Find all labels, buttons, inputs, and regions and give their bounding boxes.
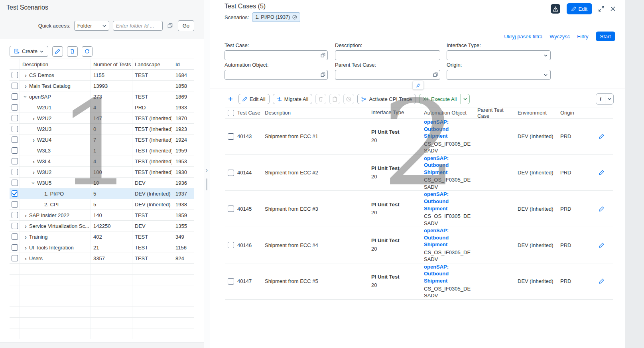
row-checkbox[interactable] [228,278,234,285]
row-checkbox[interactable] [12,255,18,261]
messages-warning-button[interactable] [551,4,560,14]
col-number-of-tests[interactable]: Number of Tests [91,59,132,69]
col-description[interactable]: Description [265,110,371,116]
col-test-case[interactable]: Test Case [237,110,265,116]
splitter-grip[interactable] [206,178,207,190]
automation-object-link[interactable]: openSAP: Outbound Shipment [424,119,473,140]
table-row[interactable]: W2U3 0 TEST (Inherited) 1923 [10,124,194,134]
row-checkbox[interactable] [12,201,18,208]
row-checkbox[interactable] [12,136,18,143]
table-row[interactable]: ›Training 402 TEST 349 [10,231,194,242]
expand-chevron-icon[interactable]: › [22,83,29,89]
row-checkbox[interactable] [12,126,18,132]
table-row[interactable]: ›W3U5 10 DEV 1936 [10,178,194,188]
fullscreen-icon[interactable] [599,6,604,12]
remove-token-icon[interactable] [292,15,297,20]
col-origin[interactable]: Origin [560,110,593,116]
table-row[interactable]: W3L3 1 TEST (Inherited) 1959 [10,145,194,156]
horizontal-scrollbar[interactable] [0,342,204,348]
expand-chevron-icon[interactable]: › [22,212,29,218]
row-checkbox[interactable] [228,133,234,140]
edit-row-button[interactable] [599,206,604,212]
row-checkbox[interactable] [12,93,18,100]
edit-row-button[interactable] [599,170,604,175]
edit-row-button[interactable] [599,243,604,248]
table-row[interactable]: W2U1 4 PRD 1933 [10,102,194,113]
splitter-collapse-icon[interactable]: › [204,166,210,174]
table-row[interactable]: ›W2U2 147 TEST (Inherited) 1870 [10,113,194,124]
expand-chevron-icon[interactable]: › [30,158,37,164]
row-checkbox-checked[interactable] [12,190,18,197]
expand-chevron-icon[interactable]: › [30,169,37,175]
delete-button[interactable] [67,46,78,57]
table-row[interactable]: ›CS Demos 1155 TEST 1684 [10,70,194,81]
test-case-row[interactable]: 40144 Shipment from ECC #2 PI Unit Test2… [225,155,613,191]
row-checkbox[interactable] [12,180,18,186]
row-checkbox[interactable] [12,72,18,78]
expand-chevron-icon[interactable]: › [30,115,37,121]
col-parent-test-case[interactable]: Parent Test Case [477,107,518,119]
go-button[interactable]: Go [178,20,194,31]
panel-splitter[interactable]: › [204,0,210,348]
row-checkbox[interactable] [12,147,18,154]
row-checkbox[interactable] [12,244,18,251]
table-row[interactable]: ›W3L4 4 TEST (Inherited) 1953 [10,156,194,167]
close-icon[interactable] [611,6,615,11]
value-help-icon[interactable] [433,72,438,77]
row-checkbox[interactable] [12,83,18,89]
row-checkbox[interactable] [228,242,234,248]
test-case-row[interactable]: 40145 Shipment from ECC #3 PI Unit Test2… [225,191,613,227]
add-test-case-button[interactable] [226,94,235,104]
col-interface-type[interactable]: Interface Type [371,109,424,117]
table-row[interactable]: ›openSAP 273 TEST 1869 [10,91,194,102]
scenario-token[interactable]: 1. PI/PO (1937) [252,12,300,22]
table-row[interactable]: ›Users 3357 TEST 824 [10,253,194,264]
start-button[interactable]: Start [596,32,615,41]
col-automation-object[interactable]: Automation Object [424,110,477,116]
folder-type-select[interactable]: Folder [74,21,109,31]
create-button[interactable]: Create [10,46,48,57]
clear-link[interactable]: Wyczyść [549,34,570,40]
filters-link[interactable]: Filtry [577,34,588,40]
value-help-icon[interactable] [166,22,174,30]
row-checkbox[interactable] [228,170,234,176]
parent-test-case-filter-input[interactable] [335,70,440,79]
automation-object-link[interactable]: openSAP: Outbound Shipment [424,191,473,212]
table-row[interactable]: ›W2U4 7 TEST (Inherited) 1924 [10,134,194,145]
row-checkbox[interactable] [12,104,18,111]
test-case-filter-input[interactable] [225,51,327,60]
automation-object-link[interactable]: openSAP: Outbound Shipment [424,227,473,248]
row-checkbox[interactable] [12,115,18,121]
col-id[interactable]: Id [172,59,194,69]
expand-chevron-icon[interactable]: › [22,245,29,251]
expand-chevron-icon[interactable]: › [30,137,37,143]
row-checkbox[interactable] [12,158,18,164]
expand-chevron-icon[interactable]: › [22,72,29,78]
hide-filter-bar-link[interactable]: Ukryj pasek filtra [504,34,542,40]
refresh-button[interactable] [82,46,93,57]
value-help-icon[interactable] [321,72,325,77]
row-checkbox[interactable] [12,169,18,175]
col-description[interactable]: Description [20,59,91,69]
row-checkbox[interactable] [12,223,18,229]
table-row[interactable]: 2. CPI 5 DEV (Inherited) 1938 [10,199,194,210]
table-row[interactable]: ›UI Tools Integration 21 TEST 1156 [10,242,194,253]
select-all-checkbox[interactable] [228,110,234,116]
value-help-icon[interactable] [321,53,325,57]
col-landscape[interactable]: Landscape [132,59,172,69]
expand-chevron-icon[interactable]: › [22,255,29,261]
table-row[interactable]: ›SAP Insider 2022 140 TEST 1859 [10,210,194,221]
expand-chevron-icon[interactable]: › [22,234,29,240]
edit-button[interactable] [52,46,63,57]
automation-object-filter-input[interactable] [225,70,327,79]
test-case-row[interactable]: 40143 Shipment from ECC #1 PI Unit Test2… [225,119,613,155]
table-settings-button[interactable]: i [596,93,614,105]
pin-filter-bar-button[interactable] [412,81,424,90]
interface-type-select[interactable] [447,50,551,60]
origin-select[interactable] [447,70,551,80]
row-checkbox[interactable] [12,233,18,240]
row-checkbox[interactable] [12,212,18,218]
test-case-row[interactable]: 40147 Shipment from ECC #5 PI Unit Test2… [225,263,613,300]
table-row[interactable]: ›W3U2 100 TEST (Inherited) 1930 [10,167,194,178]
edit-all-button[interactable]: Edit All [238,94,270,104]
